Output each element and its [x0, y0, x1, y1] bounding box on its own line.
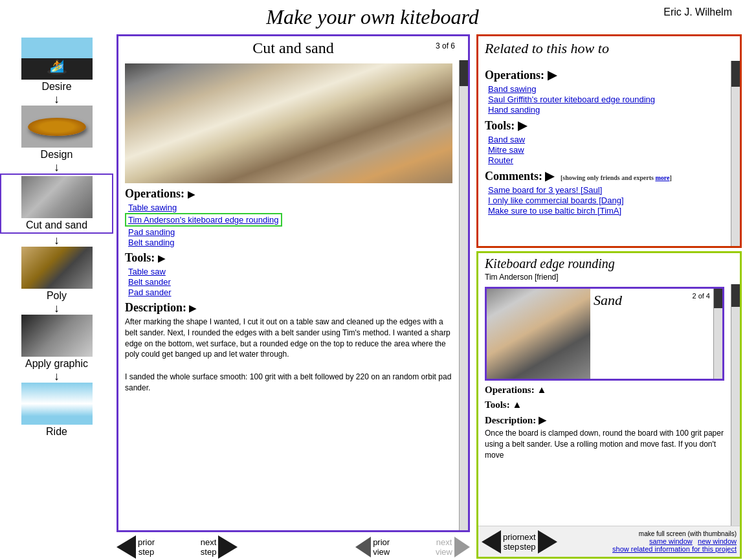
operation-belt-sanding[interactable]: Belt sanding — [125, 238, 452, 247]
sidebar-item-design[interactable]: Design — [0, 106, 113, 161]
sidebar-item-desire[interactable]: 🏄 Desire — [0, 38, 113, 93]
comments-meta: [showing only friends and experts more] — [561, 174, 672, 181]
tool-pad-sander[interactable]: Pad sander — [125, 287, 452, 297]
edge-scrollbar-thumb — [731, 284, 740, 307]
view-label-next: view — [436, 547, 452, 557]
related-operations-header: Operations: ▶ — [485, 68, 724, 82]
page-title: Make your own kiteboard — [266, 5, 479, 29]
sidebar-arrow-1: ↓ — [54, 161, 60, 173]
edge-step-next: step — [520, 542, 536, 552]
description-text: After marking the shape I wanted, I cut … — [125, 317, 452, 360]
graphic-image — [21, 315, 93, 357]
sidebar-arrow-0: ↓ — [54, 93, 60, 105]
operations-header: Operations: ▶ — [125, 187, 452, 201]
edge-prior-labels: prior step — [503, 532, 520, 552]
operations-arrow: ▶ — [188, 190, 195, 199]
sidebar-arrow-4: ↓ — [54, 370, 60, 382]
new-window-link[interactable]: new window — [698, 537, 737, 545]
prior-step-icon — [117, 535, 136, 559]
edge-panel-inner: Sand 2 of 4 Operations: ▲ Tools: — [478, 284, 740, 526]
main-layout: 🏄 Desire ↓ Design ↓ Cut and sand ↓ Poly … — [0, 34, 745, 560]
related-panel: Related to this how to Operations: ▶ Ban… — [476, 34, 742, 248]
edge-prior-step-btn[interactable]: prior step — [482, 530, 520, 554]
related-scrollbar[interactable] — [731, 61, 740, 246]
related-op-handsanding[interactable]: Hand sanding — [485, 105, 724, 115]
header: Make your own kiteboard Eric J. Wilhelm — [0, 0, 745, 34]
comment-tima[interactable]: Make sure to use baltic birch [TimA] — [485, 206, 724, 216]
prior-view-label: prior — [373, 537, 390, 547]
main-page-count: 3 of 6 — [436, 41, 455, 50]
same-window-link[interactable]: same window — [649, 537, 693, 545]
tool-table-saw[interactable]: Table saw — [125, 267, 452, 276]
next-step-labels: next step — [201, 537, 217, 557]
prior-step-btn[interactable]: prior step — [117, 535, 155, 559]
main-card-content: Operations: ▶ Table sawing Tim Anderson'… — [118, 60, 459, 530]
ride-image — [21, 383, 93, 425]
related-op-router[interactable]: Saul Griffith's router kiteboard edge ro… — [485, 95, 724, 104]
edge-prior-step-icon — [482, 530, 501, 554]
show-related-link[interactable]: show related information for this projec… — [612, 545, 737, 553]
operation-table-sawing[interactable]: Table sawing — [125, 203, 452, 212]
prior-view-labels: prior view — [373, 537, 390, 557]
edge-panel-content: Sand 2 of 4 Operations: ▲ Tools: — [478, 284, 731, 526]
edge-next-step-btn[interactable]: next step — [520, 530, 557, 554]
sidebar-arrow-3: ↓ — [54, 302, 60, 314]
step-label-prior: step — [139, 547, 155, 557]
comment-saul[interactable]: Same board for 3 years! [Saul] — [485, 185, 724, 195]
main-scrollbar[interactable] — [459, 60, 468, 530]
next-label: next — [201, 537, 217, 547]
related-tool-bandsaw[interactable]: Band saw — [485, 135, 724, 144]
edge-next-step-icon — [538, 530, 557, 554]
description-arrow: ▶ — [189, 304, 196, 313]
edge-tools-arrow: ▲ — [512, 399, 522, 410]
operation-pad-sanding[interactable]: Pad sanding — [125, 227, 452, 237]
mini-page-count: 2 of 4 — [692, 292, 710, 300]
related-panel-content: Operations: ▶ Band sawing Saul Griffith'… — [478, 61, 731, 246]
related-ops-arrow: ▶ — [548, 69, 557, 82]
edge-panel-subtitle: Tim Anderson [friend] — [478, 273, 740, 284]
prior-view-icon — [355, 537, 371, 557]
edge-description-text: Once the board is clamped down, round th… — [485, 428, 724, 460]
author-label: Eric J. Wilhelm — [663, 6, 732, 18]
comment-dang[interactable]: I only like commercial boards [Dang] — [485, 196, 724, 205]
related-tools-header: Tools: ▶ — [485, 118, 724, 133]
related-tools-arrow: ▶ — [518, 119, 527, 132]
edge-operations-header: Operations: ▲ — [485, 385, 724, 396]
edge-desc-arrow: ▶ — [539, 415, 546, 425]
sidebar-item-apply-graphic[interactable]: Apply graphic — [0, 315, 113, 370]
sidebar-item-ride[interactable]: Ride — [0, 383, 113, 438]
edge-scrollbar[interactable] — [731, 284, 740, 526]
main-scrollbar-thumb — [460, 60, 468, 86]
design-image — [21, 106, 93, 148]
related-comments-header: Comments: ▶ [showing only friends and ex… — [485, 169, 724, 183]
main-photo — [125, 63, 452, 183]
edge-mini-photo — [487, 289, 590, 379]
edge-next-label: next — [520, 532, 536, 542]
related-op-bandsawing[interactable]: Band sawing — [485, 84, 724, 94]
more-comments-link[interactable]: more — [655, 174, 669, 181]
related-tool-mitresaw[interactable]: Mitre saw — [485, 145, 724, 155]
edge-mini-photo-inner — [487, 289, 590, 379]
operation-edge-rounding[interactable]: Tim Anderson's kiteboard edge rounding — [125, 213, 282, 227]
tool-belt-sander[interactable]: Belt sander — [125, 277, 452, 287]
edge-step-prior: step — [504, 542, 520, 552]
ride-label: Ride — [46, 426, 67, 438]
edge-mini-scrollbar[interactable] — [713, 289, 722, 379]
main-photo-inner — [125, 63, 452, 183]
sidebar-item-cut-and-sand[interactable]: Cut and sand — [0, 174, 113, 234]
next-view-label: next — [436, 537, 452, 547]
poly-label: Poly — [47, 290, 67, 302]
cut-label: Cut and sand — [26, 219, 87, 231]
view-label-prior: view — [373, 547, 390, 557]
next-step-btn[interactable]: next step — [201, 535, 238, 559]
design-label: Design — [41, 149, 73, 161]
next-view-btn[interactable]: next view — [436, 537, 470, 557]
sidebar-item-poly[interactable]: Poly — [0, 247, 113, 302]
main-card-title: Cut and sand — [252, 39, 333, 56]
related-scrollbar-thumb — [731, 61, 740, 87]
edge-description-header: Description: ▶ — [485, 414, 724, 426]
related-title: Related to this how to — [478, 36, 740, 61]
cut-image — [21, 176, 93, 218]
related-tool-router[interactable]: Router — [485, 155, 724, 165]
prior-view-btn[interactable]: prior view — [355, 537, 390, 557]
